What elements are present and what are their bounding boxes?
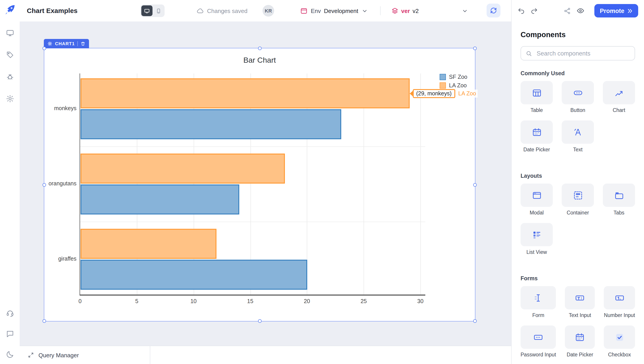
listview-icon <box>520 223 553 246</box>
datepicker-icon <box>565 325 595 349</box>
component-card-text[interactable]: Text <box>562 120 594 152</box>
component-card-table[interactable]: Table <box>520 81 553 113</box>
bar-orangutans-la-zoo[interactable] <box>80 153 285 184</box>
component-card-modal[interactable]: Modal <box>520 184 553 215</box>
resize-handle[interactable] <box>258 47 262 50</box>
divider <box>77 41 78 46</box>
chart-tooltip: (29, monkeys) LA Zoo <box>410 89 478 98</box>
resize-handle[interactable] <box>42 183 46 187</box>
legend-label: SF Zoo <box>449 74 467 80</box>
legend-item-sf-zoo[interactable]: SF Zoo <box>440 74 467 80</box>
component-card-number-input[interactable]: Number Input <box>604 286 635 318</box>
bar-monkeys-la-zoo[interactable] <box>80 78 410 108</box>
component-name: CHART1 <box>55 41 75 46</box>
resize-handle[interactable] <box>42 319 46 323</box>
resize-handle[interactable] <box>42 47 46 50</box>
component-card-list-view[interactable]: List View <box>520 223 553 255</box>
app-root: Chart Examples Changes saved KR Env Deve… <box>0 0 644 364</box>
trash-icon[interactable] <box>80 41 86 46</box>
bar-orangutans-sf-zoo[interactable] <box>80 185 239 215</box>
section-title: Commonly Used <box>520 70 635 77</box>
section-commonly-used: Commonly Used Table Button Chart Date Pi… <box>520 70 635 152</box>
component-card-label: Text Input <box>569 312 591 318</box>
sync-button[interactable] <box>486 4 500 18</box>
headset-icon[interactable] <box>5 308 14 317</box>
desktop-icon[interactable] <box>141 5 152 16</box>
chart-body: 051015202530monkeysorangutansgiraffes Ba… <box>44 48 475 321</box>
component-card-label: Number Input <box>604 312 635 318</box>
promote-button[interactable]: Promote <box>594 4 638 18</box>
bar-monkeys-sf-zoo[interactable] <box>80 109 342 139</box>
component-card-button[interactable]: Button <box>562 81 594 113</box>
component-card-chart[interactable]: Chart <box>603 81 635 113</box>
left-sidebar <box>0 0 20 364</box>
search-box[interactable] <box>520 46 635 60</box>
resize-handle[interactable] <box>258 319 262 323</box>
tag-icon[interactable] <box>5 50 14 59</box>
y-gridline <box>80 146 425 147</box>
chart-title: Bar Chart <box>44 56 475 65</box>
divider <box>380 6 380 15</box>
x-tick-label: 25 <box>355 298 372 304</box>
bar-giraffes-sf-zoo[interactable] <box>80 260 308 290</box>
redo-button[interactable] <box>530 7 538 15</box>
y-axis-label: monkeys <box>44 105 76 111</box>
env-value: Development <box>324 8 358 14</box>
rocket-logo[interactable] <box>4 4 16 16</box>
y-axis <box>80 73 80 295</box>
chevron-down-icon <box>462 8 468 14</box>
x-tick-label: 30 <box>412 298 429 304</box>
double-chevron-right-icon <box>627 8 633 14</box>
env-selector[interactable]: Env Development <box>300 0 368 22</box>
resize-handle[interactable] <box>473 183 477 187</box>
legend-item-la-zoo[interactable]: LA Zoo <box>440 82 467 89</box>
moon-icon[interactable] <box>5 350 14 359</box>
search-input[interactable] <box>536 50 630 57</box>
component-card-label: Password Input <box>520 352 556 357</box>
component-grid: Modal Container Tabs List View <box>520 184 635 255</box>
component-card-label: Modal <box>530 210 544 215</box>
component-card-date-picker[interactable]: Date Picker <box>565 325 595 357</box>
version-selector[interactable]: ver v2 <box>391 0 468 22</box>
component-badge[interactable]: CHART1 <box>44 39 89 48</box>
component-card-password-input[interactable]: Password Input <box>520 325 556 357</box>
component-card-form[interactable]: Form <box>520 286 556 318</box>
bar-giraffes-la-zoo[interactable] <box>80 229 217 259</box>
textinput-icon <box>565 286 595 309</box>
monitor-icon[interactable] <box>5 28 14 37</box>
component-card-label: List View <box>526 249 547 255</box>
component-card-text-input[interactable]: Text Input <box>565 286 595 318</box>
query-manager-toggle[interactable]: Query Manager <box>20 346 150 364</box>
component-card-label: Tabs <box>614 210 624 215</box>
undo-button[interactable] <box>518 7 525 15</box>
component-card-date-picker[interactable]: Date Picker <box>520 120 553 152</box>
avatar[interactable]: KR <box>262 5 274 17</box>
tooltip-text: (29, monkeys) <box>412 89 455 98</box>
expand-icon <box>28 352 34 358</box>
canvas[interactable]: CHART1 051015202530monkeysorangutansgira… <box>20 22 511 364</box>
chat-icon[interactable] <box>5 329 14 338</box>
gear-icon[interactable] <box>48 41 52 46</box>
component-card-checkbox[interactable]: Checkbox <box>604 325 635 357</box>
bug-icon[interactable] <box>5 72 14 81</box>
legend-swatch <box>440 74 446 80</box>
component-card-tabs[interactable]: Tabs <box>603 184 635 215</box>
components-panel: Components Commonly Used Table Button Ch… <box>512 22 644 357</box>
component-grid: Form Text Input Number Input Password In… <box>520 286 635 357</box>
mobile-icon[interactable] <box>154 5 164 16</box>
gear-icon[interactable] <box>5 94 14 103</box>
resize-handle[interactable] <box>473 47 477 50</box>
eye-icon[interactable] <box>576 7 584 15</box>
section-layouts: Layouts Modal Container Tabs List View <box>520 173 635 255</box>
component-card-container[interactable]: Container <box>562 184 594 215</box>
device-toggle[interactable] <box>140 5 164 17</box>
section-title: Forms <box>520 275 635 282</box>
chevron-down-icon <box>361 8 368 14</box>
resize-handle[interactable] <box>473 319 477 323</box>
canvas-footer: Query Manager <box>20 346 511 364</box>
share-icon[interactable] <box>564 7 571 15</box>
promote-label: Promote <box>600 8 624 14</box>
chart-icon <box>603 81 635 104</box>
chart-component[interactable]: CHART1 051015202530monkeysorangutansgira… <box>44 48 476 321</box>
x-tick-label: 10 <box>184 298 202 304</box>
